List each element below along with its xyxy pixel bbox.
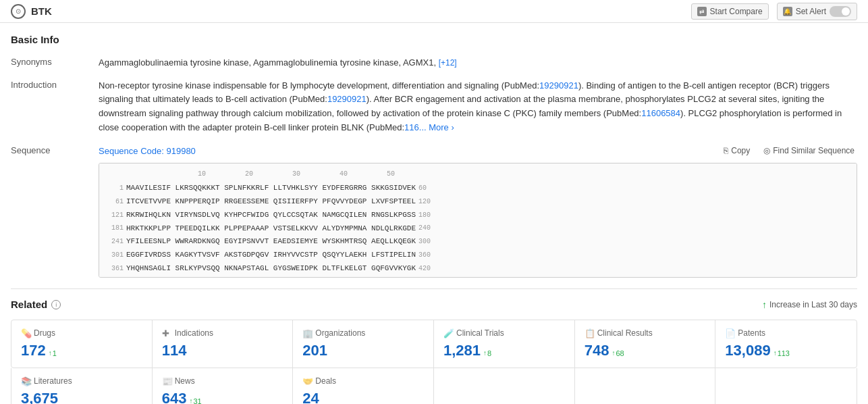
seq-line-data: ITCVETVVPE KNPPPERQIP RRGEESSEME QISIIER… <box>126 195 416 209</box>
stat-label: Indications <box>175 328 213 338</box>
stat-cell[interactable]: 📄 Patents 13,089 ↑113 <box>715 320 857 368</box>
stat-label: Clinical Results <box>597 328 653 338</box>
results-icon: 📋 <box>585 328 594 338</box>
alert-toggle[interactable] <box>830 6 851 17</box>
sequence-lines: 1 MAAVILESIF LKRSQQKKKT SPLNFKKRLF LLTVH… <box>105 182 851 276</box>
stats-grid-row2: 📚 Literatures 3,675 📰 News 643 ↑31 🤝 Dea… <box>11 368 857 404</box>
stat-label-row: 🧪 Clinical Trials <box>443 328 565 338</box>
stat-value: 172 <box>21 342 46 359</box>
news-icon: 📰 <box>162 376 171 386</box>
stat-cell-row2[interactable]: 📚 Literatures 3,675 <box>11 368 153 404</box>
stat-value: 3,675 <box>21 390 58 404</box>
sequence-line: 361 YHQHNSAGLI SRLKYPVSQQ NKNAPSTAGL GYG… <box>105 262 851 276</box>
seq-line-data: RKRWIHQLKN VIRYNSDLVQ KYHPCFWIDG QYLCCSQ… <box>126 209 416 222</box>
related-header: Related i ↑ Increase in Last 30 days <box>11 299 857 310</box>
sequence-line: 241 YFILEESNLP WWRARDKNGQ EGYIPSNVVT EAE… <box>105 235 851 249</box>
main-content: Basic Info Synonyms Agammaglobulinaemia … <box>0 23 868 404</box>
sequence-line: 181 HRKTKKPLPP TPEEDQILKK PLPPEPAAAP VST… <box>105 222 851 236</box>
seq-line-data: EGGFIVRDSS KAGKYTVSVF AKSTGDPQGV IRHYVVC… <box>126 249 416 262</box>
stat-delta-arrow-icon: ↑ <box>189 397 192 404</box>
deals-icon: 🤝 <box>302 376 312 386</box>
synonyms-more-link[interactable]: [+12] <box>439 58 457 68</box>
stat-cell-row2 <box>575 368 716 404</box>
seq-line-end: 300 <box>418 236 431 248</box>
seq-line-num: 121 <box>105 209 124 222</box>
stat-value: 114 <box>162 342 187 359</box>
pubmed-link-2[interactable]: 19290921 <box>327 94 367 104</box>
pubmed-link-1[interactable]: 19290921 <box>539 80 578 91</box>
seq-line-end: 240 <box>418 222 431 234</box>
seq-line-num: 61 <box>105 196 124 208</box>
stat-cell-row2 <box>434 368 575 404</box>
stat-value: 24 <box>302 390 319 404</box>
stat-label-row: 📄 Patents <box>725 328 847 338</box>
stat-delta: ↑8 <box>483 349 491 357</box>
stat-value: 748 <box>585 342 609 359</box>
stat-value-row: 13,089 ↑113 <box>725 342 847 359</box>
seq-line-num: 1 <box>105 182 124 195</box>
stat-label-row: 📋 Clinical Results <box>585 328 706 338</box>
sequence-line: 121 RKRWIHQLKN VIRYNSDLVQ KYHPCFWIDG QYL… <box>105 209 851 222</box>
copy-button[interactable]: ⎘ Copy <box>721 145 753 157</box>
stat-value-row: 172 ↑1 <box>21 342 142 359</box>
stat-delta-arrow-icon: ↑ <box>774 349 777 357</box>
sequence-container: Sequence Code: 919980 ⎘ Copy ◎ Find Simi… <box>99 145 857 278</box>
seq-line-num: 181 <box>105 222 124 234</box>
stats-grid-row1: 💊 Drugs 172 ↑1 ✚ Indications 114 🏢 Organ… <box>11 320 857 368</box>
header-right: ⇄ Start Compare 🔔 Set Alert <box>691 3 857 20</box>
sequence-row: Sequence Sequence Code: 919980 ⎘ Copy ◎ … <box>11 145 857 278</box>
sequence-ruler: 10 20 30 40 50 <box>125 169 851 179</box>
stat-cell-row2[interactable]: 📰 News 643 ↑31 <box>153 368 294 404</box>
stat-cell[interactable]: ✚ Indications 114 <box>153 320 294 368</box>
stat-value-row: 748 ↑68 <box>585 342 706 359</box>
stat-delta: ↑31 <box>189 397 201 404</box>
set-alert-button[interactable]: 🔔 Set Alert <box>777 3 857 20</box>
introduction-label: Introduction <box>11 79 99 90</box>
alert-icon: 🔔 <box>783 7 792 16</box>
seq-line-end: 180 <box>418 209 431 222</box>
stat-label-row: 📰 News <box>162 376 283 386</box>
indications-icon: ✚ <box>162 328 171 338</box>
sequence-box[interactable]: 10 20 30 40 50 1 MAAVILESIF LKRSQQKKKT S… <box>99 163 857 278</box>
stat-cell-row2[interactable]: 🤝 Deals 24 <box>293 368 434 404</box>
stat-label: Patents <box>738 328 765 338</box>
stat-label: Literatures <box>34 376 72 386</box>
stat-delta-arrow-icon: ↑ <box>49 349 52 357</box>
pubmed-link-3[interactable]: 11606584 <box>641 108 680 118</box>
synonyms-label: Synonyms <box>11 56 99 67</box>
stat-cell[interactable]: 🏢 Organizations 201 <box>293 320 434 368</box>
basic-info-title: Basic Info <box>11 34 857 45</box>
stat-value-row: 1,281 ↑8 <box>443 342 565 359</box>
patents-icon: 📄 <box>725 328 734 338</box>
stat-cell[interactable]: 🧪 Clinical Trials 1,281 ↑8 <box>434 320 575 368</box>
stat-value: 201 <box>302 342 327 359</box>
app-title: BTK <box>31 5 52 17</box>
stat-label-row: ✚ Indications <box>162 328 283 338</box>
sequence-label: Sequence <box>11 145 99 155</box>
pubmed-link-4[interactable]: 116... <box>404 122 427 132</box>
stat-delta: ↑113 <box>774 349 790 357</box>
stat-value-row: 114 <box>162 342 283 359</box>
seq-line-end: 420 <box>418 263 431 275</box>
stat-cell[interactable]: 📋 Clinical Results 748 ↑68 <box>575 320 716 368</box>
start-compare-button[interactable]: ⇄ Start Compare <box>691 3 769 20</box>
sequence-actions: ⎘ Copy ◎ Find Similar Sequence <box>721 145 857 157</box>
sequence-code-link[interactable]: Sequence Code: 919980 <box>99 145 196 158</box>
increase-label: ↑ Increase in Last 30 days <box>762 299 857 310</box>
stat-cell[interactable]: 💊 Drugs 172 ↑1 <box>11 320 153 368</box>
compare-icon: ⇄ <box>697 7 707 16</box>
related-title: Related <box>11 299 47 310</box>
stat-delta: ↑1 <box>49 349 57 357</box>
stat-label: Deals <box>315 376 336 386</box>
stat-value: 643 <box>162 390 187 404</box>
seq-line-end: 360 <box>418 249 431 261</box>
stat-label-row: 🤝 Deals <box>302 376 424 386</box>
logo-icon: ⊙ <box>11 4 26 19</box>
related-info-icon[interactable]: i <box>51 300 61 309</box>
seq-line-data: YFILEESNLP WWRARDKNGQ EGYIPSNVVT EAEDSIE… <box>126 235 416 249</box>
header-left: ⊙ BTK <box>11 4 52 19</box>
more-link[interactable]: More › <box>429 122 454 132</box>
stat-label-row: 📚 Literatures <box>21 376 142 386</box>
sequence-line: 301 EGGFIVRDSS KAGKYTVSVF AKSTGDPQGV IRH… <box>105 249 851 262</box>
find-similar-button[interactable]: ◎ Find Similar Sequence <box>761 145 857 157</box>
